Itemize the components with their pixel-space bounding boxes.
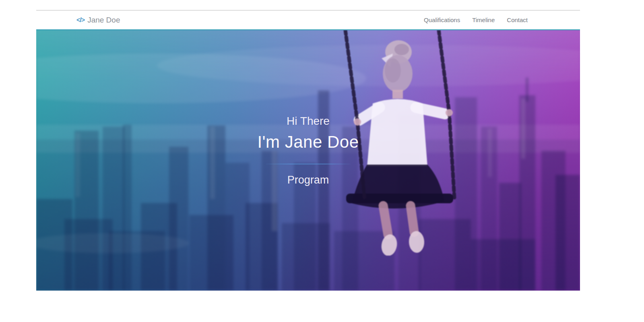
hero-subtitle: Program: [36, 174, 580, 186]
main-nav: Qualifications Timeline Contact: [424, 17, 528, 23]
top-navbar: </> Jane Doe Qualifications Timeline Con…: [36, 10, 580, 29]
hero-title: I'm Jane Doe: [36, 132, 580, 152]
code-icon: </>: [76, 17, 85, 24]
hero-content: Hi There I'm Jane Doe Program: [36, 115, 580, 186]
logo-text: Jane Doe: [87, 16, 120, 25]
nav-link-contact[interactable]: Contact: [507, 17, 528, 23]
logo[interactable]: </> Jane Doe: [76, 16, 120, 25]
nav-link-qualifications[interactable]: Qualifications: [424, 17, 460, 23]
nav-link-timeline[interactable]: Timeline: [472, 17, 495, 23]
hero-greeting: Hi There: [36, 115, 580, 128]
hero-section: Hi There I'm Jane Doe Program: [36, 29, 580, 291]
hero-divider: [266, 164, 351, 164]
